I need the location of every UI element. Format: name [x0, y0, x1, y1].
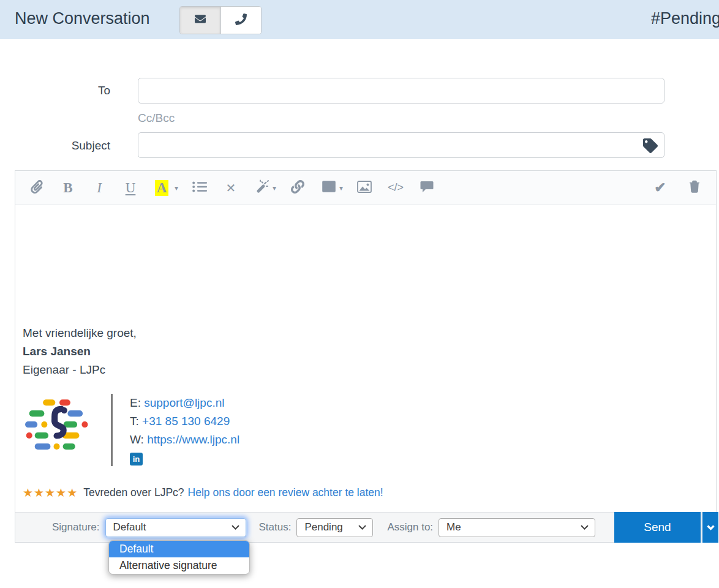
new-conversation-screen: New Conversation #Pending To Cc/Bcc Subj…: [0, 0, 719, 588]
trash-icon: [689, 180, 700, 195]
assign-to-select[interactable]: Me: [439, 518, 595, 537]
underline-icon: U: [126, 180, 136, 196]
signature-label: Signature:: [52, 521, 100, 533]
message-body-editor[interactable]: Met vriendelijke groet, Lars Jansen Eige…: [15, 205, 716, 513]
status-label: Status:: [259, 521, 292, 533]
signature-divider: [111, 394, 113, 466]
phone-label: T:: [130, 415, 139, 428]
code-view-button[interactable]: </>: [388, 178, 404, 198]
save-draft-button[interactable]: ✔: [652, 178, 668, 198]
status-select-value: Pending: [304, 521, 353, 533]
chevron-down-icon: [232, 525, 239, 530]
contact-website-link[interactable]: https://www.ljpc.nl: [147, 433, 239, 446]
link-icon: [291, 180, 304, 196]
chevron-down-icon: [581, 525, 589, 530]
channel-toggle: [179, 6, 262, 34]
linkedin-icon[interactable]: in: [130, 453, 143, 466]
table-icon: [322, 181, 336, 195]
to-input[interactable]: [138, 78, 664, 104]
signature-select[interactable]: Default: [105, 518, 246, 537]
code-icon: </>: [388, 181, 404, 194]
envelope-icon: [194, 13, 207, 27]
company-logo: [25, 396, 94, 458]
underline-button[interactable]: U: [122, 178, 138, 198]
comment-icon: [420, 181, 434, 195]
signature-block: Met vriendelijke groet, Lars Jansen Eige…: [23, 324, 137, 379]
tag-icon[interactable]: [640, 137, 661, 154]
bullet-list-button[interactable]: [192, 178, 208, 198]
italic-icon: I: [97, 180, 102, 196]
contact-email-link[interactable]: support@ljpc.nl: [144, 396, 224, 409]
italic-button[interactable]: I: [91, 178, 107, 198]
magic-wand-caret[interactable]: ▾: [273, 184, 279, 192]
paperclip-icon: [31, 180, 43, 196]
signature-dropdown: Default Alternative signature: [108, 540, 250, 575]
signature-contact-row: E: support@ljpc.nl T: +31 85 130 6429 W:…: [25, 394, 239, 466]
chevron-down-icon: [358, 525, 366, 530]
signature-greeting: Met vriendelijke groet,: [23, 324, 137, 342]
contact-phone-link[interactable]: +31 85 130 6429: [142, 415, 230, 428]
review-stars: ★★★★★: [23, 486, 78, 500]
editor-toolbar: B I U A ▾ ✕: [15, 171, 716, 205]
phone-icon: [235, 13, 247, 28]
assign-to-label: Assign to:: [387, 521, 433, 533]
contact-email-line: E: support@ljpc.nl: [130, 394, 239, 412]
review-row: ★★★★★ Tevreden over LJPc? Help ons door …: [23, 486, 383, 500]
contact-info: E: support@ljpc.nl T: +31 85 130 6429 W:…: [130, 394, 239, 466]
chevron-down-icon: [707, 525, 715, 530]
contact-phone-line: T: +31 85 130 6429: [130, 412, 239, 431]
compose-footer: Signature: Default Status: Pending Assig…: [15, 512, 716, 542]
text-color-button[interactable]: A: [154, 178, 170, 198]
signature-role: Eigenaar - LJPc: [23, 361, 137, 379]
remove-format-button[interactable]: ✕: [223, 178, 239, 198]
send-button-group: Send: [614, 512, 718, 543]
assign-to-select-value: Me: [446, 521, 576, 533]
ccbcc-link[interactable]: Cc/Bcc: [138, 111, 175, 125]
comment-button[interactable]: [419, 178, 435, 198]
insert-table-caret[interactable]: ▾: [339, 184, 345, 192]
x-icon: ✕: [226, 181, 236, 195]
website-label: W:: [130, 433, 144, 446]
toolbar-right-group: ✔: [634, 178, 702, 198]
status-tag: #Pending: [651, 9, 719, 28]
insert-image-button[interactable]: [356, 178, 372, 198]
dropdown-option-default[interactable]: Default: [109, 541, 249, 557]
subject-input[interactable]: [138, 132, 664, 158]
send-button[interactable]: Send: [614, 512, 701, 543]
insert-table-button[interactable]: [321, 178, 337, 198]
insert-link-button[interactable]: [290, 178, 306, 198]
image-icon: [357, 181, 372, 195]
signature-select-value: Default: [113, 521, 227, 533]
list-icon: [192, 181, 207, 195]
signature-name: Lars Jansen: [23, 342, 137, 361]
review-link[interactable]: Help ons door een review achter te laten…: [188, 486, 383, 499]
editor-container: B I U A ▾ ✕: [15, 170, 717, 543]
text-color-caret[interactable]: ▾: [175, 184, 181, 192]
subject-label: Subject: [37, 139, 110, 153]
dropdown-option-alternative[interactable]: Alternative signature: [109, 557, 249, 574]
text-color-icon: A: [155, 180, 169, 196]
header: New Conversation #Pending: [0, 0, 719, 39]
review-question: Tevreden over LJPc?: [83, 486, 184, 499]
check-icon: ✔: [654, 179, 666, 196]
magic-wand-button[interactable]: [254, 178, 270, 198]
send-options-button[interactable]: [701, 512, 718, 543]
email-channel-button[interactable]: [180, 7, 220, 34]
phone-channel-button[interactable]: [220, 7, 261, 34]
magic-wand-icon: [254, 179, 270, 197]
email-label: E:: [130, 396, 141, 409]
discard-draft-button[interactable]: [687, 178, 702, 198]
to-label: To: [37, 84, 110, 97]
page-title: New Conversation: [15, 9, 150, 28]
bold-button[interactable]: B: [60, 178, 76, 198]
contact-website-line: W: https://www.ljpc.nl: [130, 431, 239, 449]
status-select[interactable]: Pending: [296, 518, 373, 537]
attachment-button[interactable]: [29, 178, 45, 198]
bold-icon: B: [63, 180, 72, 196]
